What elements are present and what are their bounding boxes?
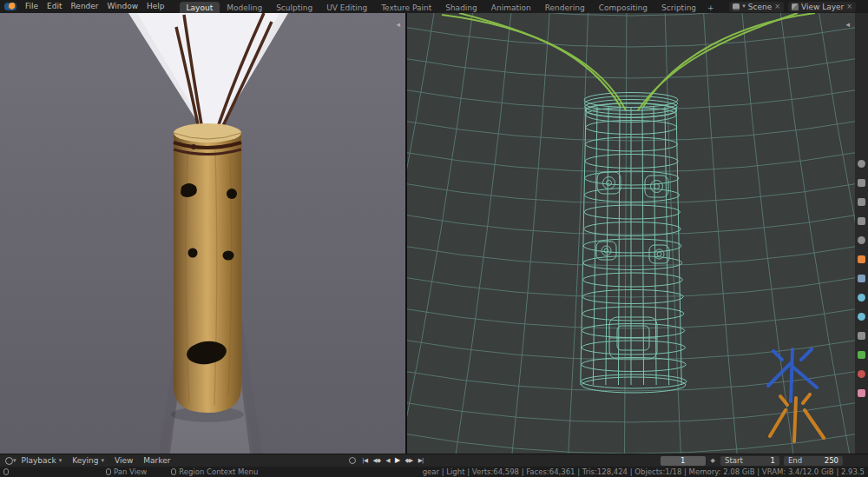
tab-compositing[interactable]: Compositing bbox=[592, 2, 654, 13]
jump-to-start-button[interactable]: |◀ bbox=[359, 457, 370, 465]
output-properties-icon[interactable] bbox=[858, 179, 865, 187]
tab-texture-paint[interactable]: Texture Paint bbox=[374, 2, 438, 13]
menu-render[interactable]: Render bbox=[67, 0, 103, 13]
main-area: ◂ ◂ bbox=[0, 13, 868, 454]
viewport-3d-solid[interactable]: ◂ bbox=[0, 13, 405, 454]
chevron-down-icon: ▾ bbox=[59, 458, 62, 464]
tab-scripting[interactable]: Scripting bbox=[654, 2, 703, 13]
timeline-editor-icon[interactable] bbox=[5, 457, 13, 465]
tab-layout[interactable]: Layout bbox=[180, 2, 220, 13]
constraint-properties-icon[interactable] bbox=[858, 332, 865, 340]
status-hint: Pan View bbox=[106, 467, 147, 476]
object-data-properties-icon[interactable] bbox=[858, 351, 865, 359]
view-layer-selector[interactable]: View Layer × bbox=[788, 2, 856, 12]
tab-animation[interactable]: Animation bbox=[484, 2, 538, 13]
auto-keyframe-toggle[interactable] bbox=[349, 457, 356, 464]
status-hint: Region Context Menu bbox=[171, 467, 258, 476]
scene-name[interactable]: Scene bbox=[748, 3, 772, 11]
blender-logo-icon[interactable] bbox=[4, 3, 16, 10]
jump-to-end-button[interactable]: ▶| bbox=[416, 457, 426, 465]
sidebar-collapse-icon[interactable]: ◂ bbox=[396, 21, 400, 29]
timeline-header: ▾ Playback ▾ Keying ▾ View Marker |◀ ◀◆ … bbox=[0, 454, 868, 467]
scene-unlink-icon[interactable]: × bbox=[774, 3, 780, 10]
play-button[interactable]: ▶ bbox=[392, 456, 403, 465]
solid-render bbox=[0, 13, 405, 454]
marker-menu[interactable]: Marker bbox=[138, 456, 175, 465]
view-layer-name[interactable]: View Layer bbox=[801, 3, 844, 11]
current-frame-field[interactable]: 1 bbox=[661, 456, 706, 466]
scene-properties-icon[interactable] bbox=[858, 217, 865, 225]
viewport-3d-wireframe[interactable]: ◂ bbox=[407, 13, 855, 454]
menu-file[interactable]: File bbox=[21, 0, 43, 13]
menu-help[interactable]: Help bbox=[142, 0, 169, 13]
properties-tab-strip bbox=[855, 13, 868, 454]
frame-start-field[interactable]: Start1 bbox=[720, 456, 779, 466]
texture-properties-icon[interactable] bbox=[858, 389, 865, 397]
blender-window: File Edit Render Window Help Layout Mode… bbox=[0, 0, 868, 477]
view-layer-icon bbox=[792, 3, 799, 10]
signature-watermark bbox=[747, 344, 843, 448]
modifier-properties-icon[interactable] bbox=[858, 275, 865, 282]
status-bar: Pan View Region Context Menu gear | Ligh… bbox=[0, 467, 868, 477]
transport-controls: |◀ ◀◆ ◀ ▶ ◆▶ ▶| bbox=[359, 456, 426, 465]
keying-menu[interactable]: Keying ▾ bbox=[67, 456, 109, 465]
menu-window[interactable]: Window bbox=[103, 0, 143, 13]
material-properties-icon[interactable] bbox=[858, 370, 865, 378]
scene-browse-caret-icon[interactable]: ▾ bbox=[742, 3, 746, 10]
menu-edit[interactable]: Edit bbox=[43, 0, 66, 13]
tab-sculpting[interactable]: Sculpting bbox=[269, 2, 319, 13]
tab-uv-editing[interactable]: UV Editing bbox=[319, 2, 374, 13]
playback-menu[interactable]: Playback ▾ bbox=[16, 456, 68, 465]
world-properties-icon[interactable] bbox=[858, 236, 865, 244]
sidebar-collapse-icon[interactable]: ◂ bbox=[845, 21, 850, 29]
view-layer-remove-icon[interactable]: × bbox=[846, 3, 852, 10]
view-menu[interactable]: View bbox=[109, 456, 138, 465]
frame-end-field[interactable]: End250 bbox=[784, 456, 843, 466]
scene-selector[interactable]: ▾ Scene × bbox=[729, 2, 784, 12]
object-properties-icon[interactable] bbox=[858, 255, 865, 263]
scene-statistics: gear | Light | Verts:64,598 | Faces:64,3… bbox=[423, 467, 868, 476]
physics-properties-icon[interactable] bbox=[858, 313, 865, 321]
keyframe-diamond-icon: ◆ bbox=[711, 457, 715, 464]
tab-rendering[interactable]: Rendering bbox=[538, 2, 592, 13]
play-reverse-button[interactable]: ◀ bbox=[383, 457, 392, 465]
next-keyframe-button[interactable]: ◆▶ bbox=[403, 457, 416, 465]
topbar-right: ▾ Scene × View Layer × bbox=[729, 2, 868, 12]
particle-properties-icon[interactable] bbox=[858, 294, 865, 301]
tab-modeling[interactable]: Modeling bbox=[220, 2, 269, 13]
tab-shading[interactable]: Shading bbox=[438, 2, 484, 13]
wooden-mask-object[interactable] bbox=[171, 123, 244, 422]
mouse-icon bbox=[3, 468, 9, 475]
add-workspace-button[interactable]: + bbox=[703, 2, 719, 13]
render-properties-icon[interactable] bbox=[858, 160, 865, 168]
view-layer-properties-icon[interactable] bbox=[858, 198, 865, 206]
chevron-down-icon: ▾ bbox=[101, 458, 104, 464]
prev-keyframe-button[interactable]: ◀◆ bbox=[370, 457, 383, 465]
mouse-right-icon bbox=[171, 468, 176, 475]
workspace-tabs: Layout Modeling Sculpting UV Editing Tex… bbox=[180, 0, 719, 13]
scene-icon bbox=[733, 3, 740, 10]
topbar: File Edit Render Window Help Layout Mode… bbox=[0, 0, 868, 13]
mouse-middle-icon bbox=[106, 468, 111, 475]
